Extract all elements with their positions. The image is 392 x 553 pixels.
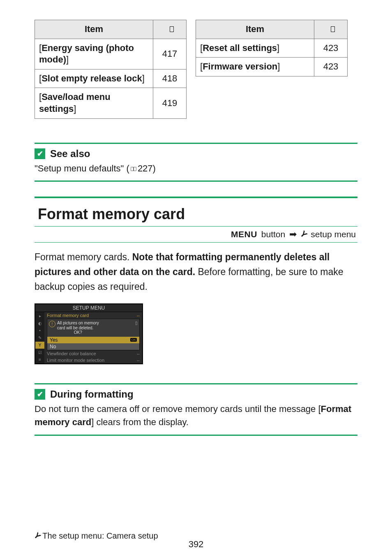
book-icon bbox=[131, 167, 136, 171]
table-row: Save/load menu settings 419 bbox=[35, 88, 187, 118]
during-formatting-body: Do not turn the camera off or remove mem… bbox=[35, 403, 357, 429]
during-formatting-box: During formatting Do not turn the camera… bbox=[35, 383, 357, 436]
row-label: Limit monitor mode selection bbox=[47, 358, 104, 363]
menu-button-label: MENU bbox=[231, 229, 257, 239]
section-body: Format memory cards. Note that formattin… bbox=[35, 250, 357, 294]
camera-row-format: Format memory card -- bbox=[44, 312, 142, 319]
col-item-header: Item bbox=[196, 20, 314, 39]
see-also-text: ) bbox=[153, 163, 156, 174]
menu-table-right: Item Reset all settings 423 Firmware ver… bbox=[196, 20, 348, 76]
mymenu-tab-icon: ≡ bbox=[35, 356, 44, 363]
breadcrumb: MENU button ➡ Y setup menu bbox=[35, 226, 357, 243]
breadcrumb-text: button bbox=[261, 229, 285, 239]
row-value: -- bbox=[137, 313, 140, 318]
ok-badge: OK bbox=[130, 338, 137, 342]
col-page-header bbox=[153, 20, 187, 39]
camera-left-tabs: ▸ ◐ ▪ ✎ Y ☑ ≡ bbox=[35, 312, 44, 363]
warning-icon bbox=[49, 321, 55, 327]
camera-row: Viewfinder color balance -- bbox=[44, 350, 142, 357]
table-row: Firmware version 423 bbox=[196, 58, 348, 76]
menu-index-tables: Item Energy saving (photo mode) 417 Slot… bbox=[35, 20, 357, 119]
dialog-yes-option: Yes OK bbox=[47, 337, 139, 343]
during-formatting-title: During formatting bbox=[50, 389, 134, 400]
menu-item-page: 423 bbox=[314, 39, 348, 58]
dialog-line: All pictures on memory bbox=[57, 321, 99, 326]
no-label: No bbox=[50, 344, 56, 349]
page-number: 392 bbox=[0, 539, 392, 550]
menu-item-label: Firmware version bbox=[200, 61, 280, 72]
see-also-text: "Setup menu defaults" ( bbox=[35, 163, 129, 174]
yes-label: Yes bbox=[50, 337, 58, 343]
arrow-right-icon: ➡ bbox=[289, 229, 297, 240]
dialog-no-option: No bbox=[47, 343, 139, 350]
see-also-box: See also "Setup menu defaults" (227) bbox=[35, 143, 357, 182]
see-also-page-ref: 227 bbox=[138, 163, 153, 174]
wrench-icon: Y bbox=[298, 229, 309, 240]
dialog-line: card will be deleted. bbox=[57, 326, 99, 331]
menu-item-page: 419 bbox=[153, 88, 187, 118]
table-row: Reset all settings 423 bbox=[196, 39, 348, 58]
camera-tab-icon: ◐ bbox=[35, 319, 44, 327]
body-text: ] clears from the display. bbox=[91, 417, 189, 427]
playback-tab-icon: ▸ bbox=[35, 312, 44, 319]
row-value: -- bbox=[137, 358, 140, 363]
format-memory-card-section: Format memory card MENU button ➡ Y setup… bbox=[35, 197, 357, 364]
see-also-body: "Setup menu defaults" (227) bbox=[35, 162, 357, 175]
menu-item-page: 417 bbox=[153, 39, 187, 69]
row-label: Format memory card bbox=[47, 313, 89, 318]
dialog-line: OK? bbox=[57, 330, 99, 335]
row-label: Viewfinder color balance bbox=[47, 351, 96, 356]
table-row: Slot empty release lock 418 bbox=[35, 69, 187, 88]
menu-table-left: Item Energy saving (photo mode) 417 Slot… bbox=[35, 20, 187, 119]
camera-row: Limit monitor mode selection -- bbox=[44, 357, 142, 363]
camera-setup-menu-screenshot: SETUP MENU ▸ ◐ ▪ ✎ Y ☑ ≡ Format memory c… bbox=[35, 303, 143, 364]
menu-item-label: Slot empty release lock bbox=[39, 73, 145, 83]
check-icon bbox=[35, 148, 45, 159]
menu-item-page: 418 bbox=[153, 69, 187, 88]
book-icon bbox=[166, 26, 174, 32]
menu-item-label: Energy saving (photo mode) bbox=[39, 43, 134, 65]
book-icon bbox=[327, 26, 335, 32]
check-icon bbox=[35, 389, 45, 400]
retouch-tab-icon: ☑ bbox=[35, 349, 44, 356]
body-text: Format memory cards. bbox=[35, 252, 132, 262]
col-page-header bbox=[314, 20, 348, 39]
camera-menu-title: SETUP MENU bbox=[35, 304, 142, 312]
row-value: -- bbox=[137, 351, 140, 356]
card-slot-icon: ▯ bbox=[135, 321, 138, 325]
menu-item-label: Save/load menu settings bbox=[39, 92, 111, 114]
see-also-title: See also bbox=[50, 148, 90, 160]
section-title: Format memory card bbox=[38, 206, 357, 223]
pencil-tab-icon: ✎ bbox=[35, 334, 44, 342]
breadcrumb-target: setup menu bbox=[311, 229, 356, 239]
camera-confirm-dialog: All pictures on memory card will be dele… bbox=[47, 319, 140, 350]
col-item-header: Item bbox=[35, 20, 153, 39]
menu-item-label: Reset all settings bbox=[200, 43, 279, 53]
body-text: Do not turn the camera off or remove mem… bbox=[35, 404, 321, 414]
menu-item-page: 423 bbox=[314, 58, 348, 76]
video-tab-icon: ▪ bbox=[35, 327, 44, 334]
setup-tab-icon: Y bbox=[35, 342, 44, 349]
table-row: Energy saving (photo mode) 417 bbox=[35, 39, 187, 69]
